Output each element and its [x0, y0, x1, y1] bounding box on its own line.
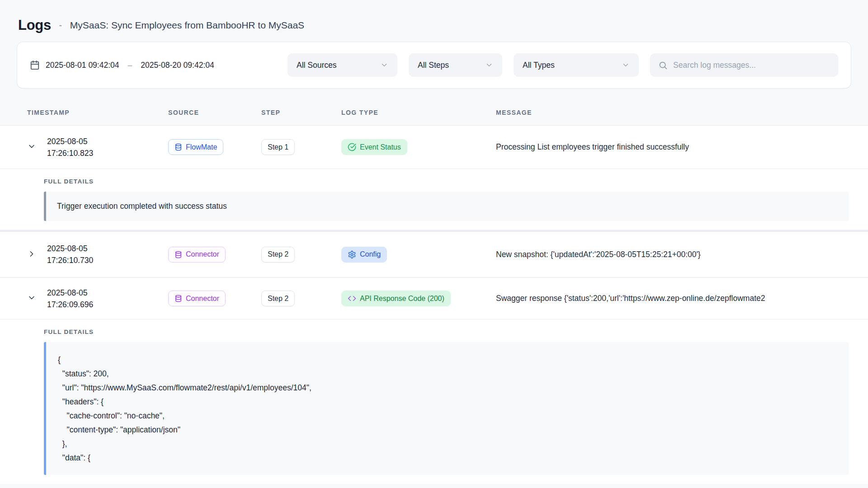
step-cell: Step 2 [261, 291, 341, 306]
chevron-down-icon [485, 61, 493, 69]
source-badge: Connector [168, 247, 226, 263]
date-end[interactable]: 2025-08-20 09:42:04 [141, 61, 214, 70]
log-type-cell: Config [341, 247, 496, 263]
table-header-row: TIMESTAMP SOURCE STEP LOG TYPE MESSAGE [0, 99, 868, 126]
step-badge: Step 1 [261, 139, 295, 155]
step-badge: Step 2 [261, 247, 295, 263]
sources-dropdown-label: All Sources [297, 61, 337, 70]
column-header-message: MESSAGE [496, 109, 850, 116]
source-badge-label: FlowMate [186, 143, 217, 151]
details-panel: { "status": 200, "url": "https://www.MyS… [44, 342, 849, 475]
title-separator: - [59, 21, 62, 30]
timestamp-cell: 2025-08-05 17:26:10.730 [47, 243, 168, 266]
log-type-cell: Event Status [341, 139, 496, 155]
log-type-badge: Config [341, 247, 387, 263]
full-details-label: FULL DETAILS [44, 178, 849, 185]
chevron-right-icon [27, 249, 36, 260]
types-dropdown-label: All Types [523, 61, 555, 70]
date-range-picker[interactable]: 2025-08-01 09:42:04 – 2025-08-20 09:42:0… [30, 60, 276, 70]
page-subtitle: MySaaS: Sync Employees from BambooHR to … [70, 20, 304, 31]
types-dropdown[interactable]: All Types [514, 53, 639, 77]
message-cell: Processing List employees trigger finish… [496, 142, 850, 152]
date-separator: – [128, 61, 132, 70]
chevron-down-icon [380, 61, 388, 69]
database-icon [175, 251, 182, 258]
chevron-down-icon [27, 142, 36, 152]
table-row[interactable]: 2025-08-05 17:26:10.730 Connector Step 2 [0, 232, 868, 277]
expand-row-button[interactable] [25, 248, 40, 262]
log-entry: 2025-08-05 17:26:09.696 Connector Step 2 [0, 278, 868, 484]
source-cell: Connector [168, 291, 261, 306]
source-badge-label: Connector [186, 250, 219, 258]
log-table: 2025-08-05 17:26:10.823 FlowMate Step 1 [0, 126, 868, 484]
source-badge-label: Connector [186, 295, 219, 303]
log-type-badge: Event Status [341, 139, 407, 155]
search-icon [658, 61, 668, 70]
code-icon [348, 294, 356, 303]
page-title: Logs [18, 17, 51, 33]
log-type-cell: API Response Code (200) [341, 291, 496, 306]
details-panel: Trigger execution completed with success… [44, 192, 849, 221]
column-header-log-type: LOG TYPE [341, 109, 496, 116]
chevron-down-icon [27, 293, 36, 304]
date-start[interactable]: 2025-08-01 09:42:04 [46, 61, 119, 70]
full-details-label: FULL DETAILS [44, 328, 849, 335]
collapse-row-button[interactable] [25, 140, 40, 154]
database-icon [175, 143, 182, 151]
source-cell: Connector [168, 247, 261, 263]
page-header: Logs - MySaaS: Sync Employees from Bambo… [0, 0, 868, 42]
search-box[interactable] [650, 53, 838, 77]
source-cell: FlowMate [168, 139, 261, 155]
timestamp-cell: 2025-08-05 17:26:10.823 [47, 136, 168, 159]
log-entry: 2025-08-05 17:26:10.823 FlowMate Step 1 [0, 126, 868, 232]
steps-dropdown-label: All Steps [418, 61, 449, 70]
gear-icon [348, 250, 356, 259]
source-badge: Connector [168, 291, 226, 306]
step-cell: Step 2 [261, 247, 341, 263]
message-cell: New snapshot: {'updatedAt':'2025-08-05T1… [496, 250, 850, 259]
log-type-badge-label: Config [360, 250, 381, 258]
sources-dropdown[interactable]: All Sources [288, 53, 397, 77]
timestamp-cell: 2025-08-05 17:26:09.696 [47, 287, 168, 310]
table-row[interactable]: 2025-08-05 17:26:09.696 Connector Step 2 [0, 278, 868, 319]
log-entry: 2025-08-05 17:26:10.730 Connector Step 2 [0, 232, 868, 278]
filter-bar: 2025-08-01 09:42:04 – 2025-08-20 09:42:0… [17, 42, 851, 89]
message-cell: Swagger response {'status':200,'url':'ht… [496, 294, 850, 303]
log-type-badge: API Response Code (200) [341, 291, 451, 306]
log-type-badge-label: Event Status [360, 143, 401, 151]
database-icon [175, 295, 182, 302]
table-row[interactable]: 2025-08-05 17:26:10.823 FlowMate Step 1 [0, 126, 868, 169]
column-header-source: SOURCE [168, 109, 261, 116]
collapse-row-button[interactable] [25, 291, 40, 305]
chevron-down-icon [622, 61, 630, 69]
check-circle-icon [348, 143, 356, 151]
column-header-step: STEP [261, 109, 341, 116]
source-badge: FlowMate [168, 139, 223, 155]
full-details-section: FULL DETAILS { "status": 200, "url": "ht… [0, 319, 868, 484]
details-json-code: { "status": 200, "url": "https://www.MyS… [58, 353, 838, 465]
steps-dropdown[interactable]: All Steps [409, 53, 502, 77]
step-cell: Step 1 [261, 139, 341, 155]
log-type-badge-label: API Response Code (200) [360, 295, 444, 303]
full-details-section: FULL DETAILS Trigger execution completed… [0, 169, 868, 230]
search-input[interactable] [673, 61, 830, 70]
calendar-icon [30, 60, 40, 70]
column-header-timestamp: TIMESTAMP [27, 109, 168, 116]
step-badge: Step 2 [261, 291, 295, 306]
